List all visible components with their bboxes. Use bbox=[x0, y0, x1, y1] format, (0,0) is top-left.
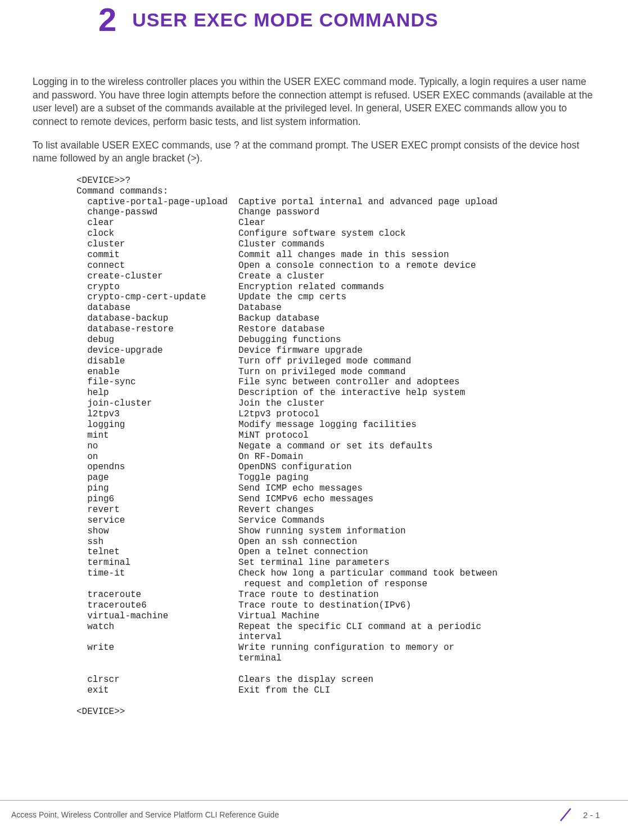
footer-right: 2 - 1 bbox=[557, 806, 600, 823]
footer-title: Access Point, Wireless Controller and Se… bbox=[11, 810, 279, 819]
intro-paragraph-2: To list available USER EXEC commands, us… bbox=[33, 139, 600, 165]
chapter-number: 2 bbox=[98, 3, 116, 36]
cli-output: <DEVICE>>? Command commands: captive-por… bbox=[76, 176, 600, 717]
page-footer: Access Point, Wireless Controller and Se… bbox=[0, 800, 628, 823]
body-content: Logging in to the wireless controller pl… bbox=[0, 36, 628, 717]
intro-paragraph-1: Logging in to the wireless controller pl… bbox=[33, 75, 600, 129]
page-number: 2 - 1 bbox=[583, 810, 600, 820]
chapter-header: 2 USER EXEC MODE COMMANDS bbox=[0, 0, 628, 36]
chapter-title: USER EXEC MODE COMMANDS bbox=[132, 9, 438, 31]
slash-icon bbox=[557, 806, 574, 823]
svg-line-0 bbox=[561, 808, 571, 821]
